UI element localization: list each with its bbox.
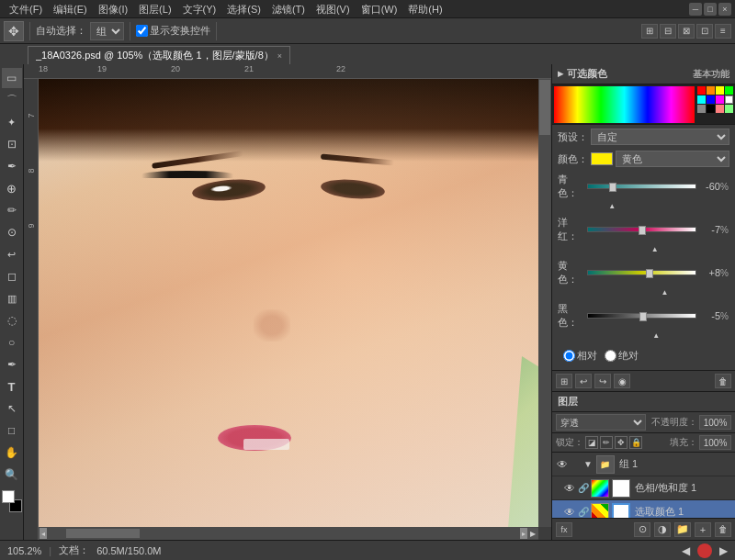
document-tab[interactable]: _18A0326.psd @ 105%（选取颜色 1，图层/蒙版/8） × bbox=[28, 46, 290, 64]
show-transform-checkbox[interactable]: 显示变换控件 bbox=[136, 24, 210, 38]
path-select-tool[interactable]: ↖ bbox=[2, 398, 22, 419]
color-dropdown[interactable]: 黄色 bbox=[616, 151, 729, 167]
gradient-tool[interactable]: ▥ bbox=[2, 288, 22, 308]
color-spectrum-bar[interactable] bbox=[554, 86, 695, 123]
black-slider-thumb[interactable] bbox=[639, 312, 647, 321]
menu-window[interactable]: 窗口(W) bbox=[356, 0, 403, 18]
maximize-button[interactable]: □ bbox=[704, 3, 717, 16]
swatch-cyan[interactable] bbox=[697, 95, 706, 104]
add-mask-btn[interactable]: ⊙ bbox=[634, 522, 650, 537]
layer-visibility-group1[interactable]: 👁 bbox=[556, 458, 569, 471]
eraser-tool[interactable]: ◻ bbox=[2, 266, 22, 286]
magenta-slider-track[interactable] bbox=[587, 227, 696, 232]
opacity-input[interactable] bbox=[699, 415, 731, 430]
menu-layer[interactable]: 图层(L) bbox=[133, 0, 176, 18]
swatch-orange[interactable] bbox=[707, 86, 715, 95]
lock-all-btn[interactable]: 🔒 bbox=[629, 436, 642, 449]
visibility-btn[interactable]: ◉ bbox=[614, 374, 630, 388]
nav-next-btn[interactable]: ▶ bbox=[719, 544, 728, 557]
nav-arrow[interactable]: ▶ bbox=[527, 528, 538, 539]
preset-dropdown[interactable]: 自定 bbox=[591, 129, 729, 145]
scroll-left-btn[interactable]: ◂ bbox=[40, 528, 47, 539]
blur-tool[interactable]: ◌ bbox=[2, 310, 22, 330]
action-btn3[interactable]: ↪ bbox=[594, 374, 611, 388]
add-style-btn[interactable]: fx bbox=[556, 522, 572, 537]
swatch-white[interactable] bbox=[725, 95, 733, 104]
history-brush-tool[interactable]: ↩ bbox=[2, 244, 22, 264]
black-slider-track[interactable] bbox=[587, 313, 696, 319]
layer-item-huesat[interactable]: 👁 🔗 色相/饱和度 1 bbox=[552, 476, 735, 500]
swatch-magenta[interactable] bbox=[716, 95, 724, 104]
delete-layer-btn[interactable]: 🗑 bbox=[715, 522, 731, 537]
hand-tool[interactable]: ✋ bbox=[2, 442, 22, 463]
stamp-tool[interactable]: ⊙ bbox=[2, 222, 22, 242]
heal-tool[interactable]: ⊕ bbox=[2, 178, 22, 198]
dodge-tool[interactable]: ○ bbox=[2, 332, 22, 353]
swatch-yellow[interactable] bbox=[716, 86, 724, 95]
align-center-btn[interactable]: ⊠ bbox=[678, 24, 695, 39]
menu-help[interactable]: 帮助(H) bbox=[402, 0, 447, 18]
yellow-slider-track[interactable] bbox=[587, 270, 696, 275]
canvas-content[interactable]: ◂ ▸ ▶ bbox=[39, 79, 551, 540]
arrange-btn[interactable]: ⊞ bbox=[641, 24, 658, 39]
swatch-black[interactable] bbox=[707, 105, 715, 113]
menu-type[interactable]: 文字(Y) bbox=[177, 0, 222, 18]
panel-collapse-icon[interactable]: ▶ bbox=[558, 70, 563, 78]
menu-filter[interactable]: 滤镜(T) bbox=[266, 0, 311, 18]
tab-close-btn[interactable]: × bbox=[277, 51, 282, 61]
history-btn[interactable]: ⊞ bbox=[556, 374, 572, 388]
align-left-btn[interactable]: ⊟ bbox=[660, 24, 676, 39]
adjustment-layer-btn[interactable]: ◑ bbox=[654, 522, 671, 537]
menu-view[interactable]: 视图(V) bbox=[311, 0, 356, 18]
layer-visibility-selective[interactable]: 👁 bbox=[563, 506, 576, 519]
swatch-pink[interactable] bbox=[716, 105, 724, 113]
vertical-scrollbar[interactable] bbox=[538, 79, 551, 527]
swatch-blue[interactable] bbox=[707, 95, 715, 104]
pen-tool[interactable]: ✒ bbox=[2, 354, 22, 375]
nav-prev-btn[interactable]: ◀ bbox=[682, 544, 690, 557]
vertical-scroll-thumb[interactable] bbox=[539, 80, 550, 135]
cyan-slider-track[interactable] bbox=[587, 184, 696, 189]
fill-input[interactable]: 100% bbox=[699, 435, 731, 450]
action-btn2[interactable]: ↩ bbox=[575, 374, 592, 388]
layer-item-selective[interactable]: 👁 🔗 选取颜色 1 bbox=[552, 500, 735, 518]
close-button[interactable]: × bbox=[718, 3, 731, 16]
absolute-radio[interactable]: 绝对 bbox=[605, 349, 639, 363]
swatch-light-green[interactable] bbox=[725, 105, 733, 113]
auto-select-dropdown[interactable]: 组 bbox=[90, 22, 124, 40]
blend-mode-dropdown[interactable]: 穿透 bbox=[556, 414, 646, 431]
cyan-slider-thumb[interactable] bbox=[609, 183, 616, 192]
color-swatch-display[interactable] bbox=[591, 152, 613, 165]
delete-btn[interactable]: 🗑 bbox=[715, 374, 731, 388]
new-group-btn[interactable]: 📁 bbox=[674, 522, 691, 537]
brush-tool[interactable]: ✏ bbox=[2, 200, 22, 220]
menu-image[interactable]: 图像(I) bbox=[93, 0, 133, 18]
minimize-button[interactable]: ─ bbox=[689, 3, 702, 16]
horizontal-scrollbar[interactable]: ◂ ▸ ▶ bbox=[39, 527, 538, 540]
lock-position-btn[interactable]: ✥ bbox=[615, 436, 628, 449]
lock-transparent-btn[interactable]: ◪ bbox=[585, 436, 598, 449]
lock-paint-btn[interactable]: ✏ bbox=[600, 436, 613, 449]
swatch-red[interactable] bbox=[697, 86, 706, 95]
magenta-slider-thumb[interactable] bbox=[639, 226, 646, 235]
align-right-btn[interactable]: ⊡ bbox=[696, 24, 713, 39]
magic-wand-tool[interactable]: ✦ bbox=[2, 112, 22, 132]
yellow-slider-thumb[interactable] bbox=[646, 269, 653, 278]
layer-visibility-huesat[interactable]: 👁 bbox=[563, 482, 576, 495]
move-tool-btn[interactable]: ✥ bbox=[4, 21, 24, 41]
eyedropper-tool[interactable]: ✒ bbox=[2, 156, 22, 176]
base-function-btn[interactable]: 基本功能 bbox=[693, 68, 729, 81]
menu-select[interactable]: 选择(S) bbox=[221, 0, 266, 18]
lasso-tool[interactable]: ⌒ bbox=[2, 90, 22, 110]
relative-radio[interactable]: 相对 bbox=[563, 349, 597, 363]
layer-item-group1[interactable]: 👁 ▼ 📁 组 1 bbox=[552, 453, 735, 476]
group-triangle[interactable]: ▼ bbox=[583, 459, 593, 469]
zoom-tool[interactable]: 🔍 bbox=[2, 465, 22, 485]
stop-btn[interactable] bbox=[697, 543, 712, 558]
foreground-color-swatch[interactable] bbox=[2, 490, 15, 503]
swatch-green[interactable] bbox=[725, 86, 733, 95]
menu-file[interactable]: 文件(F) bbox=[4, 0, 48, 18]
type-tool[interactable]: T bbox=[2, 376, 22, 397]
scroll-right-btn[interactable]: ▸ bbox=[520, 528, 527, 539]
horizontal-scroll-thumb[interactable] bbox=[66, 529, 140, 538]
